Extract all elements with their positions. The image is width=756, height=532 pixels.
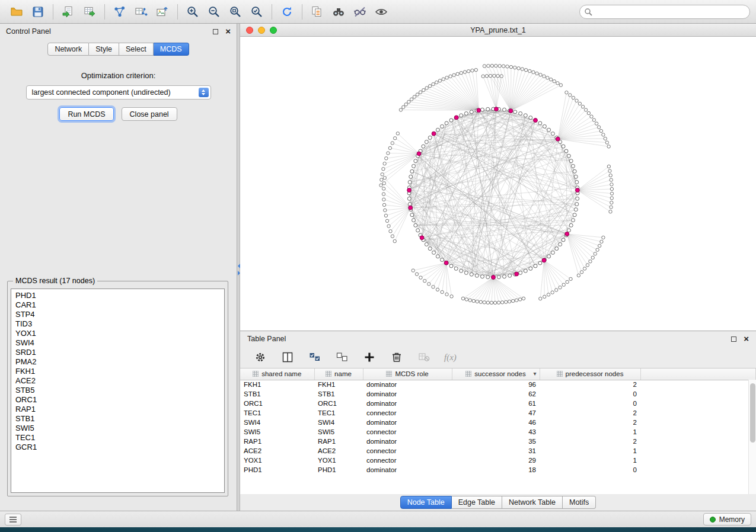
column-header-predecessor-nodes[interactable]: predecessor nodes	[540, 368, 640, 380]
table-cell[interactable]: 2	[540, 380, 640, 389]
dominator-node[interactable]	[444, 261, 448, 265]
copy-network-button[interactable]	[307, 3, 328, 21]
mcds-result-item[interactable]: PMA2	[15, 357, 224, 367]
leaf-node[interactable]	[388, 146, 391, 149]
ring-node[interactable]	[562, 238, 565, 242]
leaf-node[interactable]	[419, 276, 422, 279]
mcds-result-item[interactable]: TID3	[15, 319, 224, 329]
leaf-node[interactable]	[483, 301, 486, 304]
table-cell[interactable]: SWI4	[314, 418, 363, 427]
mcds-result-item[interactable]: STB1	[15, 414, 224, 424]
leaf-node[interactable]	[581, 105, 584, 108]
leaf-node[interactable]	[425, 86, 428, 89]
columns-button[interactable]	[280, 350, 295, 364]
table-cell[interactable]	[640, 437, 756, 446]
leaf-node[interactable]	[442, 78, 445, 81]
ring-node[interactable]	[543, 124, 546, 128]
table-row[interactable]: ACE2ACE2connector311	[240, 446, 756, 456]
table-cell[interactable]: 61	[452, 399, 540, 408]
leaf-node[interactable]	[490, 64, 493, 67]
table-cell[interactable]: 46	[452, 418, 540, 427]
leaf-node[interactable]	[436, 288, 439, 291]
leaf-node[interactable]	[496, 74, 499, 77]
table-cell[interactable]: FKH1	[240, 380, 314, 389]
dominator-node[interactable]	[534, 118, 538, 123]
deselect-all-button[interactable]	[335, 350, 349, 364]
leaf-node[interactable]	[569, 94, 572, 97]
leaf-node[interactable]	[493, 301, 496, 304]
tab-node-table[interactable]: Node Table	[400, 496, 452, 509]
leaf-node[interactable]	[485, 75, 488, 78]
zoom-out-button[interactable]	[203, 3, 225, 21]
ring-node[interactable]	[422, 145, 425, 148]
leaf-node[interactable]	[493, 74, 496, 77]
ring-node[interactable]	[410, 213, 414, 217]
leaf-node[interactable]	[382, 193, 385, 196]
table-cell[interactable]: ORC1	[240, 399, 314, 408]
import-network-file-button[interactable]	[58, 3, 79, 21]
leaf-node[interactable]	[415, 273, 418, 275]
leaf-node[interactable]	[596, 248, 599, 251]
mcds-result-item[interactable]: STP4	[15, 310, 224, 319]
ring-node[interactable]	[547, 128, 551, 132]
leaf-node[interactable]	[382, 182, 385, 185]
table-cell[interactable]: 18	[452, 465, 540, 475]
leaf-node[interactable]	[580, 271, 583, 274]
leaf-node[interactable]	[410, 98, 413, 101]
leaf-node[interactable]	[449, 75, 452, 78]
ring-node[interactable]	[574, 175, 578, 178]
table-vertical-scrollbar[interactable]	[748, 380, 756, 494]
splitter-collapse-handle[interactable]	[237, 264, 240, 279]
leaf-node[interactable]	[610, 192, 613, 195]
dominator-node[interactable]	[492, 275, 496, 280]
leaf-node[interactable]	[465, 298, 468, 301]
leaf-node[interactable]	[610, 197, 613, 200]
dominator-node[interactable]	[495, 107, 499, 111]
ring-node[interactable]	[425, 242, 428, 246]
table-cell[interactable]: 0	[540, 389, 640, 399]
ring-node[interactable]	[441, 258, 444, 262]
leaf-node[interactable]	[602, 133, 605, 136]
ring-node[interactable]	[569, 223, 573, 227]
ring-node[interactable]	[464, 112, 468, 116]
leaf-node[interactable]	[587, 111, 590, 114]
leaf-node[interactable]	[463, 70, 466, 73]
ring-node[interactable]	[571, 219, 575, 222]
ring-node[interactable]	[573, 169, 576, 173]
table-cell[interactable]: connector	[363, 427, 452, 437]
leaf-node[interactable]	[607, 165, 610, 168]
tab-mcds[interactable]: MCDS	[154, 43, 189, 56]
dominator-node[interactable]	[515, 272, 519, 276]
table-cell[interactable]: TEC1	[240, 408, 314, 418]
criterion-select[interactable]: largest connected component (undirected)	[26, 85, 211, 100]
sort-indicator-icon[interactable]: ▾	[533, 370, 536, 377]
ring-node[interactable]	[428, 247, 432, 251]
dominator-node[interactable]	[417, 152, 421, 156]
leaf-node[interactable]	[413, 95, 416, 98]
table-cell[interactable]: ORC1	[314, 399, 363, 408]
table-row[interactable]: PHD1PHD1dominator180	[240, 465, 756, 475]
leaf-node[interactable]	[546, 76, 549, 79]
table-cell[interactable]: 2	[540, 437, 640, 446]
leaf-node[interactable]	[610, 183, 613, 186]
leaf-node[interactable]	[555, 289, 558, 291]
mcds-result-item[interactable]: GCR1	[15, 443, 224, 452]
leaf-node[interactable]	[381, 173, 384, 176]
table-cell[interactable]: 1	[540, 456, 640, 465]
ring-node[interactable]	[538, 121, 542, 125]
leaf-node[interactable]	[419, 91, 422, 94]
table-cell[interactable]: connector	[363, 408, 452, 418]
leaf-node[interactable]	[559, 286, 562, 289]
leaf-node[interactable]	[528, 69, 531, 72]
leaf-node[interactable]	[391, 235, 394, 238]
leaf-node[interactable]	[472, 299, 475, 302]
mcds-result-item[interactable]: STB5	[15, 386, 224, 395]
table-cell[interactable]	[640, 418, 756, 427]
leaf-node[interactable]	[382, 203, 385, 206]
ring-node[interactable]	[428, 136, 432, 139]
column-header-shared-name[interactable]: shared name	[240, 368, 314, 380]
leaf-node[interactable]	[597, 126, 600, 129]
leaf-node[interactable]	[460, 71, 462, 74]
run-mcds-button[interactable]: Run MCDS	[59, 107, 113, 121]
leaf-node[interactable]	[479, 300, 482, 303]
